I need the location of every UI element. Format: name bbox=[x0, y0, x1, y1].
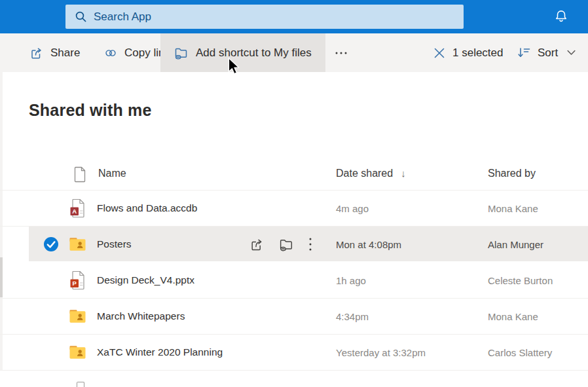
column-header-shared-by[interactable]: Shared by bbox=[488, 168, 536, 179]
notifications-bell-icon[interactable] bbox=[554, 9, 568, 24]
link-icon bbox=[103, 46, 118, 60]
column-header-date-shared[interactable]: Date shared ↓ bbox=[336, 168, 406, 179]
chevron-down-icon[interactable] bbox=[567, 33, 576, 72]
more-commands-button[interactable] bbox=[331, 33, 351, 72]
command-bar: Share Copy link Add shortcut to My files bbox=[0, 33, 588, 72]
sort-button[interactable]: Sort bbox=[517, 33, 558, 72]
file-name[interactable]: March Whitepapers bbox=[97, 310, 185, 322]
date-shared-cell: 4:34pm bbox=[336, 311, 369, 322]
file-name[interactable]: Design Deck_V4.pptx bbox=[97, 274, 194, 286]
date-shared-cell: 1h ago bbox=[336, 275, 366, 286]
folder-shortcut-icon bbox=[174, 45, 189, 60]
table-row[interactable]: XaTC Winter 2020 Planning Yesterday at 3… bbox=[0, 335, 588, 371]
row-check-icon[interactable] bbox=[43, 236, 59, 252]
date-shared-cell: Mon at 4:08pm bbox=[336, 239, 401, 250]
row-add-shortcut-icon[interactable] bbox=[278, 236, 295, 252]
file-name[interactable]: Flows and Data.accdb bbox=[97, 202, 197, 214]
add-shortcut-label: Add shortcut to My files bbox=[196, 46, 312, 60]
more-icon bbox=[334, 46, 348, 60]
share-button[interactable]: Share bbox=[29, 33, 80, 72]
share-icon bbox=[29, 46, 44, 60]
file-list: A Flows and Data.accdb 4m ago Mona Kane bbox=[0, 191, 588, 371]
shared-by-cell: Celeste Burton bbox=[488, 275, 553, 286]
share-label: Share bbox=[50, 46, 80, 60]
sort-descending-icon bbox=[517, 46, 531, 60]
file-name[interactable]: Posters bbox=[97, 238, 132, 250]
page-title: Shared with me bbox=[29, 101, 152, 120]
partial-next-row bbox=[0, 371, 588, 387]
top-app-bar bbox=[0, 0, 588, 33]
shared-folder-icon bbox=[69, 310, 86, 323]
shared-by-cell: Alan Munger bbox=[488, 239, 543, 250]
row-actions bbox=[249, 236, 312, 252]
search-input[interactable] bbox=[94, 10, 464, 24]
row-share-icon[interactable] bbox=[249, 237, 265, 252]
shared-by-cell: Carlos Slattery bbox=[488, 347, 552, 358]
add-shortcut-button[interactable]: Add shortcut to My files bbox=[160, 33, 325, 72]
table-header: Name Date shared ↓ Shared by bbox=[0, 157, 588, 191]
svg-text:P: P bbox=[73, 280, 77, 287]
column-header-name[interactable]: Name bbox=[98, 168, 126, 179]
file-name[interactable]: XaTC Winter 2020 Planning bbox=[97, 346, 223, 358]
app-window: Share Copy link Add shortcut to My files bbox=[0, 0, 588, 387]
partial-file-icon bbox=[77, 382, 84, 387]
sorted-descending-icon: ↓ bbox=[401, 168, 406, 179]
mouse-cursor bbox=[228, 58, 240, 75]
shared-folder-icon bbox=[69, 346, 86, 359]
file-type-column-icon[interactable] bbox=[73, 166, 86, 183]
access-file-icon: A bbox=[69, 198, 87, 218]
date-shared-cell: 4m ago bbox=[336, 203, 369, 214]
selected-count-label: 1 selected bbox=[452, 33, 504, 72]
powerpoint-file-icon: P bbox=[69, 270, 87, 290]
table-row[interactable]: A Flows and Data.accdb 4m ago Mona Kane bbox=[0, 191, 588, 227]
sort-label: Sort bbox=[538, 46, 558, 60]
date-shared-cell: Yesterday at 3:32pm bbox=[336, 347, 426, 358]
table-row[interactable]: Posters Mon bbox=[0, 227, 588, 263]
shared-by-cell: Mona Kane bbox=[488, 311, 538, 322]
search-box[interactable] bbox=[65, 5, 464, 29]
clear-selection-button[interactable] bbox=[434, 33, 445, 72]
svg-text:A: A bbox=[72, 208, 77, 215]
search-icon bbox=[75, 10, 87, 23]
shared-by-cell: Mona Kane bbox=[488, 203, 538, 214]
table-row[interactable]: P Design Deck_V4.pptx 1h ago Celeste Bur… bbox=[0, 263, 588, 299]
shared-folder-icon bbox=[69, 238, 86, 251]
row-more-icon[interactable] bbox=[308, 237, 312, 251]
table-row[interactable]: March Whitepapers 4:34pm Mona Kane bbox=[0, 299, 588, 335]
close-icon bbox=[434, 48, 445, 58]
